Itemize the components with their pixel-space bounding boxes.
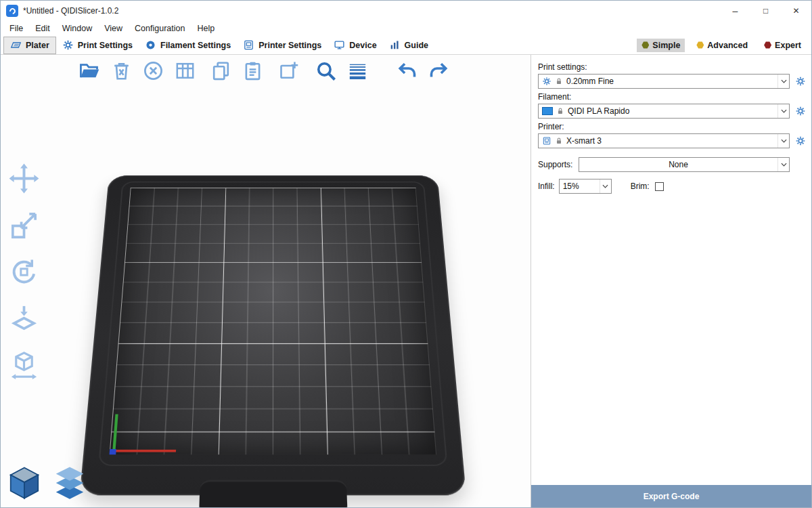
filament-gear-button[interactable] <box>795 106 806 117</box>
expert-mode-dot-icon <box>764 41 771 49</box>
delete-all-button[interactable] <box>140 58 166 83</box>
layers-stack-icon <box>51 465 88 501</box>
move-tool-button[interactable] <box>5 161 43 196</box>
layers-preview-button[interactable] <box>51 465 88 504</box>
delete-all-icon <box>142 60 164 82</box>
supports-value: None <box>583 160 774 169</box>
print-settings-label: Print settings: <box>538 62 806 72</box>
delete-button[interactable] <box>108 58 134 83</box>
infill-select[interactable]: 15% <box>559 179 612 194</box>
chevron-down-icon <box>781 79 787 83</box>
origin-indicator <box>110 449 116 454</box>
menu-help[interactable]: Help <box>191 21 221 36</box>
filament-label: Filament: <box>538 92 806 102</box>
3d-editor-view-button[interactable] <box>6 465 43 504</box>
mode-advanced-label: Advanced <box>707 41 748 50</box>
mode-switcher: Simple Advanced Expert <box>637 39 811 52</box>
chevron-down-icon <box>781 163 787 167</box>
filament-value: QIDI PLA Rapido <box>568 106 774 116</box>
variable-layer-height-button[interactable] <box>344 58 370 83</box>
cube-3d-icon <box>6 465 43 501</box>
chevron-down-icon <box>781 139 787 143</box>
tab-device[interactable]: Device <box>328 37 382 54</box>
printer-gear-button[interactable] <box>795 135 806 146</box>
measure-icon <box>8 350 40 381</box>
search-button[interactable] <box>313 58 338 83</box>
mode-expert-label: Expert <box>775 41 801 50</box>
infill-value: 15% <box>563 182 600 191</box>
filament-select[interactable]: QIDI PLA Rapido <box>538 104 790 119</box>
gear-icon <box>542 77 551 86</box>
measure-tool-button[interactable] <box>5 347 43 383</box>
tab-plater-label: Plater <box>26 41 49 50</box>
place-on-face-icon <box>8 303 40 335</box>
place-on-face-tool-button[interactable] <box>5 301 43 336</box>
filament-spool-icon <box>145 39 156 51</box>
chevron-down-icon <box>602 184 608 188</box>
tab-guide[interactable]: Guide <box>383 37 434 54</box>
toolbar-top <box>76 58 451 83</box>
redo-button[interactable] <box>426 58 451 83</box>
print-settings-value: 0.20mm Fine <box>566 77 774 86</box>
dropdown-arrow <box>777 158 789 171</box>
arrange-grid-icon <box>174 60 196 82</box>
lock-icon <box>556 107 564 115</box>
open-folder-icon <box>78 60 101 82</box>
mode-advanced[interactable]: Advanced <box>692 39 752 52</box>
open-project-button[interactable] <box>76 58 102 83</box>
tab-device-label: Device <box>349 41 376 50</box>
brim-checkbox[interactable] <box>655 182 664 191</box>
viewport-3d[interactable] <box>1 55 531 507</box>
minimize-button[interactable]: – <box>720 1 750 21</box>
menu-configuration[interactable]: Configuration <box>129 21 191 36</box>
tab-guide-label: Guide <box>405 41 428 50</box>
menu-view[interactable]: View <box>98 21 129 36</box>
supports-select[interactable]: None <box>579 157 790 172</box>
maximize-button[interactable]: □ <box>750 1 781 21</box>
menu-window[interactable]: Window <box>56 21 98 36</box>
mode-expert[interactable]: Expert <box>759 39 806 52</box>
tab-plater[interactable]: Plater <box>3 37 56 54</box>
scale-tool-button[interactable] <box>5 207 43 242</box>
print-settings-select[interactable]: 0.20mm Fine <box>538 74 790 89</box>
rotate-tool-button[interactable] <box>5 254 43 289</box>
toolbar-left <box>5 161 43 383</box>
brim-label: Brim: <box>631 182 650 191</box>
printer-icon <box>542 136 551 146</box>
printer-select[interactable]: X-smart 3 <box>538 133 790 148</box>
close-button[interactable]: ✕ <box>781 1 811 21</box>
window-controls: – □ ✕ <box>720 1 811 21</box>
tab-print-settings[interactable]: Print Settings <box>56 37 139 54</box>
bed-grid <box>110 188 437 454</box>
filament-color-swatch <box>542 107 553 115</box>
undo-button[interactable] <box>394 58 420 83</box>
printer-value: X-smart 3 <box>566 136 774 146</box>
simple-mode-dot-icon <box>641 41 649 49</box>
tab-filament-settings-label: Filament Settings <box>160 41 231 50</box>
mode-simple[interactable]: Simple <box>637 39 685 52</box>
arrange-button[interactable] <box>172 58 198 83</box>
tabbar: Plater Print Settings Filament Settings … <box>1 36 811 55</box>
chevron-down-icon <box>781 109 787 113</box>
device-monitor-icon <box>334 39 345 51</box>
menu-file[interactable]: File <box>3 21 29 36</box>
guide-bars-icon <box>389 39 401 51</box>
set-instances-button[interactable] <box>275 58 301 83</box>
copy-button[interactable] <box>208 58 233 83</box>
menu-edit[interactable]: Edit <box>29 21 56 36</box>
logo-swirl <box>8 7 17 16</box>
dropdown-arrow <box>777 75 789 88</box>
export-gcode-button[interactable]: Export G-code <box>531 485 811 507</box>
plater-icon <box>10 39 22 51</box>
dropdown-arrow <box>777 134 789 148</box>
view-mode-toolbar <box>6 465 88 504</box>
dropdown-arrow <box>600 179 611 193</box>
move-icon <box>8 163 40 194</box>
tab-filament-settings[interactable]: Filament Settings <box>139 37 237 54</box>
print-settings-gear-button[interactable] <box>795 76 806 87</box>
redo-icon <box>428 60 450 82</box>
paste-button[interactable] <box>240 58 265 83</box>
tab-printer-settings-label: Printer Settings <box>258 41 321 50</box>
tab-printer-settings[interactable]: Printer Settings <box>237 37 328 54</box>
scale-icon <box>8 209 40 241</box>
